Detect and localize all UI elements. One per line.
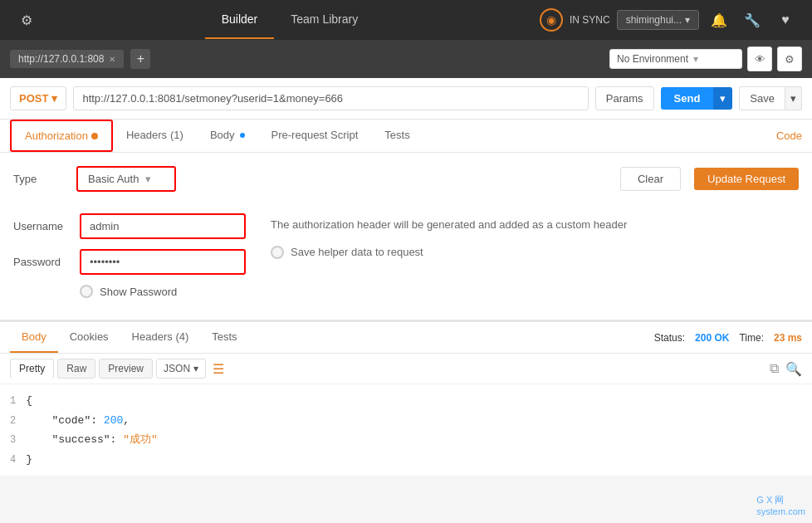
tab-authorization-label: Authorization — [25, 130, 88, 142]
settings-icon[interactable]: ⚙ — [13, 7, 40, 33]
eye-button[interactable]: 👁 — [747, 46, 772, 71]
json-line-3: 3 "success": "成功" — [10, 430, 802, 450]
watermark: G X 网system.com — [756, 494, 805, 516]
tab-body-label: Body — [210, 129, 235, 141]
bottom-panel: Body Cookies Headers (4) Tests Status: 2… — [0, 320, 812, 476]
username-row: Username — [13, 213, 246, 239]
preview-button[interactable]: Preview — [99, 359, 153, 379]
save-group: Save ▾ — [739, 86, 802, 110]
resp-tab-body[interactable]: Body — [10, 322, 58, 353]
top-nav: ⚙ Builder Team Library ◉ IN SYNC shiming… — [0, 0, 812, 40]
send-button[interactable]: Send — [661, 87, 714, 110]
json-line-2: 2 "code": 200, — [10, 411, 802, 431]
json-format-select[interactable]: JSON ▾ — [156, 359, 206, 379]
password-input-wrap — [80, 249, 246, 275]
headers-badge: (1) — [170, 129, 183, 141]
user-name: shiminghui... — [626, 14, 682, 26]
url-tab[interactable]: http://127.0.0.1:808 ✕ — [10, 50, 124, 68]
params-button[interactable]: Params — [595, 86, 654, 110]
user-menu[interactable]: shiminghui... ▾ — [617, 10, 699, 30]
save-dropdown-button[interactable]: ▾ — [785, 86, 802, 110]
wrench-icon[interactable]: 🔧 — [739, 7, 766, 33]
credentials-area: Username Password Show Password — [13, 205, 799, 306]
env-select[interactable]: No Environment ▾ — [609, 49, 742, 69]
body-dot — [240, 133, 245, 138]
url-bar-area: http://127.0.0.1:808 ✕ + No Environment … — [0, 40, 812, 78]
heart-icon[interactable]: ♥ — [772, 7, 799, 33]
sync-icon: ◉ — [540, 8, 563, 32]
username-label: Username — [13, 220, 71, 232]
sync-label: IN SYNC — [570, 14, 610, 26]
type-label: Type — [13, 173, 63, 185]
resp-tab-headers[interactable]: Headers (4) — [120, 322, 201, 353]
tab-url: http://127.0.0.1:808 — [18, 53, 104, 65]
tab-headers-label: Headers — [126, 129, 167, 141]
helper-toggle[interactable] — [271, 246, 284, 259]
method-select[interactable]: POST ▾ — [10, 86, 66, 110]
status-area: Status: 200 OK Time: 23 ms — [654, 332, 802, 344]
resp-tab-cookies[interactable]: Cookies — [58, 322, 120, 353]
password-label: Password — [13, 256, 71, 268]
auth-tabs: Authorization Headers (1) Body Pre-reque… — [0, 120, 812, 153]
chevron-down-icon: ▾ — [693, 53, 698, 65]
tab-pre-request-label: Pre-request Script — [271, 129, 359, 141]
pretty-button[interactable]: Pretty — [10, 359, 54, 379]
tab-body[interactable]: Body — [197, 120, 258, 151]
nav-right: ◉ IN SYNC shiminghui... ▾ 🔔 🔧 ♥ — [540, 7, 799, 33]
credentials-form: Username Password Show Password — [13, 213, 246, 298]
username-input-wrap — [80, 213, 246, 239]
method-value: POST — [19, 92, 48, 105]
send-dropdown-button[interactable]: ▾ — [713, 87, 732, 110]
copy-icon[interactable]: ⧉ — [770, 361, 779, 376]
gear-icon: ⚙ — [785, 53, 795, 66]
auth-info: The authorization header will be generat… — [271, 213, 799, 298]
show-password-row: Show Password — [80, 285, 246, 298]
save-button[interactable]: Save — [739, 86, 785, 110]
resp-toolbar: Pretty Raw Preview JSON ▾ ☰ ⧉ 🔍 — [0, 354, 812, 384]
wrap-lines-icon[interactable]: ☰ — [213, 361, 224, 377]
tab-builder[interactable]: Builder — [205, 1, 275, 39]
tab-team-library[interactable]: Team Library — [274, 1, 374, 39]
show-password-label: Show Password — [100, 286, 177, 298]
status-value: 200 OK — [695, 332, 729, 344]
json-label: JSON — [164, 363, 190, 374]
json-line-4: 4} — [10, 450, 802, 470]
chevron-down-icon: ▾ — [685, 14, 690, 26]
eye-icon: 👁 — [755, 53, 766, 66]
auth-dot — [91, 133, 98, 139]
request-bar: POST ▾ Params Send ▾ Save ▾ — [0, 78, 812, 120]
resp-tab-tests[interactable]: Tests — [200, 322, 248, 353]
chevron-down-icon: ▾ — [193, 363, 198, 374]
json-line-1: 1{ — [10, 391, 802, 411]
code-link[interactable]: Code — [776, 130, 802, 142]
send-group: Send ▾ — [661, 87, 733, 110]
type-value: Basic Auth — [88, 173, 139, 185]
chevron-down-icon: ▾ — [145, 173, 151, 185]
raw-button[interactable]: Raw — [57, 359, 95, 379]
show-password-toggle[interactable] — [80, 285, 93, 298]
auth-info-text: The authorization header will be generat… — [271, 217, 799, 234]
type-select[interactable]: Basic Auth ▾ — [76, 166, 176, 192]
json-viewer: 1{ 2 "code": 200, 3 "success": "成功" 4} — [0, 384, 812, 476]
add-tab-button[interactable]: + — [130, 49, 150, 69]
clear-button[interactable]: Clear — [620, 167, 681, 191]
env-label: No Environment — [617, 53, 688, 65]
password-input[interactable] — [81, 251, 244, 273]
tab-tests[interactable]: Tests — [371, 120, 423, 151]
close-tab-icon[interactable]: ✕ — [109, 55, 115, 64]
update-request-button[interactable]: Update Request — [694, 168, 799, 190]
bell-icon[interactable]: 🔔 — [706, 7, 732, 33]
gear-button[interactable]: ⚙ — [777, 46, 802, 71]
tab-tests-label: Tests — [384, 129, 409, 141]
auth-type-row: Type Basic Auth ▾ Clear Update Request — [13, 166, 799, 192]
helper-row: Save helper data to request — [271, 244, 799, 262]
username-input[interactable] — [81, 215, 244, 237]
time-value: 23 ms — [774, 332, 802, 344]
url-input[interactable] — [73, 86, 588, 110]
search-icon[interactable]: 🔍 — [785, 361, 802, 377]
tab-pre-request-script[interactable]: Pre-request Script — [258, 120, 372, 151]
tab-authorization[interactable]: Authorization — [10, 120, 113, 152]
bottom-tabs: Body Cookies Headers (4) Tests Status: 2… — [0, 322, 812, 354]
tab-headers[interactable]: Headers (1) — [113, 120, 197, 151]
time-label: Time: — [739, 332, 764, 344]
